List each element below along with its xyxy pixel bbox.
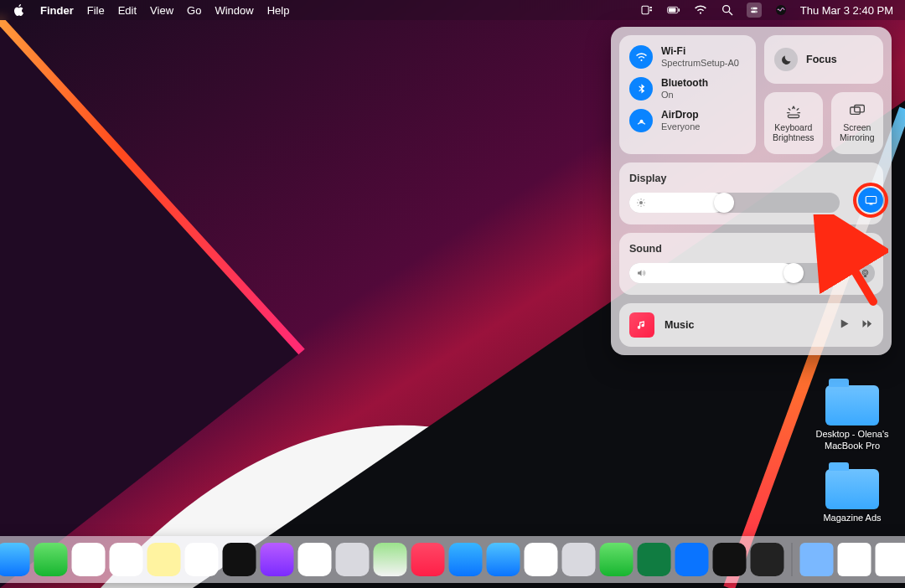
svg-rect-3	[649, 9, 652, 11]
dock-app-slack[interactable]	[525, 543, 558, 576]
airdrop-subtitle: Everyone	[661, 121, 700, 132]
dock-app-podcasts[interactable]	[261, 543, 294, 576]
svg-rect-16	[854, 105, 864, 111]
dock-item-textfile[interactable]	[838, 543, 871, 576]
wifi-subtitle: SpectrumSetup-A0	[661, 58, 739, 68]
dock-item-preview[interactable]	[876, 543, 906, 576]
dock-app-numbers[interactable]	[600, 543, 634, 576]
svg-point-12	[755, 11, 757, 13]
siri-icon[interactable]	[773, 3, 789, 18]
brightness-slider[interactable]	[629, 193, 840, 213]
battery-icon[interactable]	[666, 3, 681, 18]
next-track-button[interactable]	[861, 317, 873, 333]
svg-line-25	[644, 199, 644, 200]
dock-app-facetime[interactable]	[34, 543, 68, 576]
svg-point-17	[639, 201, 643, 204]
dock-app-music[interactable]	[411, 543, 445, 576]
dock	[0, 536, 905, 583]
svg-rect-15	[850, 107, 860, 114]
svg-rect-27	[869, 204, 872, 204]
desktop-folder-label: Desktop - Olena's MacBook Pro	[814, 429, 890, 452]
network-tile: Wi-Fi SpectrumSetup-A0 Bluetooth On AirD…	[619, 35, 756, 154]
svg-line-23	[644, 205, 644, 206]
music-app-icon	[629, 312, 654, 338]
play-button[interactable]	[838, 317, 851, 333]
wifi-title: Wi-Fi	[661, 46, 739, 57]
svg-point-7	[722, 6, 729, 13]
control-center-icon[interactable]	[747, 3, 762, 18]
airdrop-toggle[interactable]: AirDrop Everyone	[629, 109, 746, 132]
dock-app-photos[interactable]	[72, 543, 106, 576]
dock-app-settings[interactable]	[562, 543, 596, 576]
menu-datetime[interactable]: Thu Mar 3 2:40 PM	[800, 4, 893, 17]
dock-app-mail[interactable]	[0, 543, 30, 576]
stage-manager-icon[interactable]	[639, 3, 654, 18]
focus-toggle[interactable]: Focus	[764, 35, 883, 84]
sun-icon	[636, 198, 646, 208]
spotlight-icon[interactable]	[720, 3, 735, 18]
dock-app-freeform[interactable]	[185, 543, 219, 576]
dock-app-excel[interactable]	[638, 543, 671, 576]
dock-app-calendar[interactable]	[298, 543, 332, 576]
annotation-arrow	[813, 214, 888, 307]
dock-app-terminal[interactable]	[713, 543, 747, 576]
speaker-icon	[636, 268, 646, 278]
dock-app-contacts[interactable]	[336, 543, 370, 576]
svg-line-8	[729, 12, 732, 15]
wifi-toggle[interactable]: Wi-Fi SpectrumSetup-A0	[629, 45, 746, 69]
menu-file[interactable]: File	[87, 4, 105, 17]
folder-icon	[825, 385, 879, 426]
airdrop-icon	[629, 109, 653, 132]
keyboard-brightness-icon	[785, 104, 802, 119]
wifi-icon[interactable]	[693, 3, 708, 18]
menu-window[interactable]: Window	[215, 4, 253, 17]
dock-app-reminders[interactable]	[110, 543, 143, 576]
apple-menu-icon[interactable]	[12, 3, 27, 18]
svg-rect-26	[866, 196, 877, 203]
svg-line-22	[638, 199, 639, 200]
dock-app-tv[interactable]	[223, 543, 256, 576]
bluetooth-subtitle: On	[661, 90, 708, 100]
menu-edit[interactable]: Edit	[118, 4, 137, 17]
desktop-folder-2[interactable]: Magazine Ads	[814, 469, 890, 524]
display-icon	[865, 195, 877, 206]
keyboard-brightness-button[interactable]: Keyboard Brightness	[764, 92, 823, 154]
dock-app-maps[interactable]	[374, 543, 407, 576]
moon-icon	[774, 48, 798, 71]
bluetooth-toggle[interactable]: Bluetooth On	[629, 77, 746, 101]
screen-mirroring-button[interactable]: Screen Mirroring	[831, 92, 883, 154]
dock-app-keynote[interactable]	[675, 543, 709, 576]
menu-bar: Finder File Edit View Go Window Help Thu…	[0, 0, 905, 20]
dock-separator	[792, 543, 793, 576]
wifi-icon	[629, 45, 653, 69]
desktop-folder-label: Magazine Ads	[814, 513, 890, 524]
svg-rect-5	[669, 8, 676, 13]
focus-label: Focus	[806, 54, 837, 65]
volume-slider[interactable]	[629, 263, 840, 283]
music-label: Music	[665, 319, 694, 331]
dock-item-desktop[interactable]	[800, 543, 834, 576]
svg-point-10	[752, 8, 753, 9]
screen-mirroring-icon	[849, 104, 866, 119]
display-settings-button[interactable]	[858, 188, 883, 213]
menu-view[interactable]: View	[150, 4, 173, 17]
dock-app-safari[interactable]	[487, 543, 520, 576]
bluetooth-icon	[629, 77, 653, 101]
dock-app-appstore[interactable]	[449, 543, 483, 576]
dock-app-activity[interactable]	[751, 543, 784, 576]
menu-go[interactable]: Go	[187, 4, 201, 17]
folder-icon	[825, 469, 879, 509]
airdrop-title: AirDrop	[661, 110, 700, 121]
music-tile[interactable]: Music	[619, 303, 883, 347]
menu-help[interactable]: Help	[267, 4, 290, 17]
svg-rect-1	[642, 6, 649, 13]
dock-app-notes[interactable]	[147, 543, 181, 576]
svg-rect-2	[649, 7, 652, 8]
bluetooth-title: Bluetooth	[661, 78, 708, 89]
desktop-folder-1[interactable]: Desktop - Olena's MacBook Pro	[814, 385, 890, 452]
display-title: Display	[629, 173, 873, 184]
menu-app-name[interactable]: Finder	[40, 4, 74, 17]
svg-line-24	[638, 205, 639, 206]
screen-mirroring-label: Screen Mirroring	[840, 123, 875, 142]
keyboard-brightness-label: Keyboard Brightness	[773, 123, 814, 142]
